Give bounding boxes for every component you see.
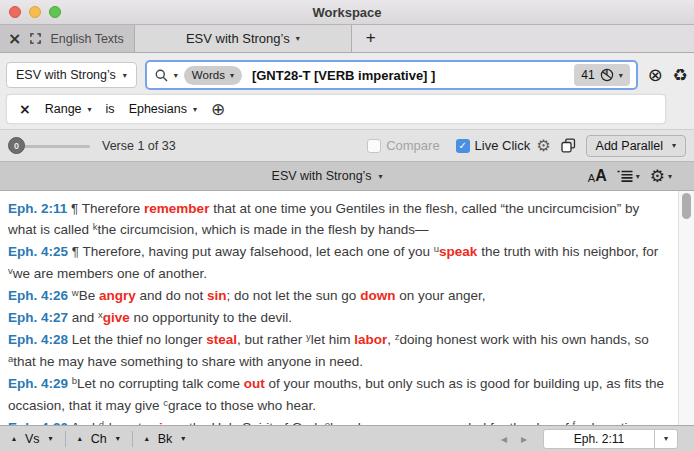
- chevron-down-icon: ▾: [664, 434, 668, 443]
- font-size-icon[interactable]: AA: [588, 168, 607, 184]
- compare-checkbox[interactable]: Compare: [367, 138, 439, 153]
- search-hit-word[interactable]: angry: [99, 288, 136, 303]
- verse-text: ¶: [71, 201, 82, 216]
- pie-chart-icon: [600, 68, 614, 82]
- search-hit-word[interactable]: grieve: [145, 420, 185, 425]
- verse-text: ¶: [72, 244, 83, 259]
- search-field[interactable]: ▾ Words ▾ [GNT28-T [VERB imperative] ] 4…: [145, 60, 638, 90]
- chevron-down-icon: ▾: [636, 172, 640, 181]
- clear-search-icon[interactable]: ⊗: [648, 66, 663, 84]
- verse-slider[interactable]: 0: [8, 137, 90, 154]
- history-forward-button[interactable]: ▸: [521, 432, 527, 446]
- verse-line: Eph. 4:28 Let the thief no longer steal,…: [8, 329, 668, 373]
- scrollbar-thumb[interactable]: [682, 193, 691, 219]
- verse-ref[interactable]: Eph. 2:11: [8, 201, 67, 216]
- book-down-button[interactable]: ▾: [181, 434, 185, 443]
- goto-reference-dropdown[interactable]: ▾: [655, 429, 678, 449]
- search-query-input[interactable]: [GNT28-T [VERB imperative] ]: [248, 68, 568, 83]
- chevron-down-icon: ▾: [296, 34, 300, 43]
- window-close-button[interactable]: [9, 6, 21, 18]
- verse-text: grace to those who hear.: [168, 398, 316, 413]
- pane-title-dropdown[interactable]: ESV with Strong’s ▾: [272, 169, 383, 183]
- search-hit-word[interactable]: out: [244, 376, 265, 391]
- verse-line: Eph. 4:27 and xgive no opportunity to th…: [8, 307, 668, 329]
- verse-ref[interactable]: Eph. 4:30: [8, 420, 68, 425]
- verse-line: Eph. 4:30 And ddo not grieve the Holy Sp…: [8, 417, 668, 425]
- chevron-down-icon: ▾: [672, 141, 676, 150]
- search-hit-word[interactable]: give: [103, 310, 130, 325]
- chapter-up-button[interactable]: ▴: [78, 434, 82, 443]
- hit-count-dropdown[interactable]: 41 ▾: [574, 64, 629, 86]
- add-parallel-button[interactable]: Add Parallel ▾: [586, 135, 686, 157]
- new-tab-button[interactable]: +: [352, 28, 376, 50]
- verse-text: ; do not let the sun go: [227, 288, 361, 303]
- search-mode-label: Words: [192, 69, 225, 81]
- verse-text: doing honest work with his own hands, so: [400, 332, 649, 347]
- search-hit-word[interactable]: steal: [206, 332, 237, 347]
- search-hit-word[interactable]: remember: [144, 201, 209, 216]
- search-hit-word[interactable]: labor: [354, 332, 387, 347]
- chevron-down-icon: ▾: [378, 172, 382, 181]
- remove-range-icon[interactable]: ×: [19, 101, 31, 117]
- verse-text: let him: [311, 332, 355, 347]
- live-click-settings-gear-icon[interactable]: ⚙: [536, 138, 550, 154]
- range-value-label: Ephesians: [129, 102, 187, 116]
- tab-esv-with-strongs[interactable]: ESV with Strong’s ▾: [134, 25, 352, 52]
- goto-reference-input[interactable]: Eph. 2:11: [543, 429, 655, 449]
- book-up-button[interactable]: ▴: [145, 434, 149, 443]
- verse-ref[interactable]: Eph. 4:26: [8, 288, 68, 303]
- window-zoom-button[interactable]: [49, 6, 61, 18]
- crossref-letter: e: [325, 419, 330, 425]
- search-mode-dropdown[interactable]: Words ▾: [184, 66, 242, 85]
- search-hit-word[interactable]: speak: [439, 244, 477, 259]
- verse-ref[interactable]: Eph. 4:27: [8, 310, 68, 325]
- verse-ref[interactable]: Eph. 4:29: [8, 376, 68, 391]
- chapter-down-button[interactable]: ▾: [116, 434, 120, 443]
- pane-header: ESV with Strong’s ▾ AA ▾ ⚙ ▾: [0, 161, 694, 191]
- search-area: ESV with Strong’s ▾ ▾ Words ▾ [GNT28-T […: [0, 53, 694, 129]
- live-click-checkbox[interactable]: ✓ Live Click: [456, 138, 531, 153]
- pane-settings-dropdown[interactable]: ⚙ ▾: [650, 168, 672, 185]
- refresh-search-icon[interactable]: ♻: [673, 67, 688, 84]
- crossref-letter: x: [98, 309, 103, 320]
- crossref-letter: w: [72, 287, 79, 298]
- display-settings-dropdown[interactable]: ▾: [617, 170, 640, 183]
- search-module-dropdown[interactable]: ESV with Strong’s ▾: [6, 62, 137, 88]
- verse-ref[interactable]: Eph. 4:25: [8, 244, 68, 259]
- verse-line: Eph. 2:11 ¶ Therefore remember that at o…: [8, 198, 668, 241]
- checkbox-checked-icon[interactable]: ✓: [456, 139, 470, 153]
- window-minimize-button[interactable]: [29, 6, 41, 18]
- add-criterion-icon[interactable]: ⊕: [211, 99, 225, 119]
- search-icon[interactable]: [155, 69, 168, 82]
- chevron-down-icon[interactable]: ▾: [174, 71, 178, 80]
- range-value-dropdown[interactable]: Ephesians ▾: [129, 102, 197, 116]
- history-back-button[interactable]: ◂: [501, 432, 507, 446]
- slider-knob[interactable]: 0: [8, 137, 25, 154]
- traffic-lights: [9, 6, 61, 18]
- verse-up-button[interactable]: ▴: [12, 434, 16, 443]
- slider-track[interactable]: [16, 145, 90, 148]
- gear-icon: ⚙: [650, 168, 665, 185]
- expand-zone-icon[interactable]: [30, 33, 41, 44]
- close-zone-icon[interactable]: ×: [8, 31, 21, 47]
- verse-ref[interactable]: Eph. 4:28: [8, 332, 68, 347]
- add-parallel-label: Add Parallel: [596, 139, 663, 153]
- verse-text: the Holy Spirit of God,: [185, 420, 325, 425]
- search-hit-word[interactable]: down: [360, 288, 395, 303]
- checkbox-unchecked-icon[interactable]: [367, 139, 381, 153]
- verse-line: Eph. 4:25 ¶ Therefore, having put away f…: [8, 241, 668, 285]
- crossref-letter: b: [72, 375, 77, 386]
- verse-line: Eph. 4:26 wBe angry and do not sin; do n…: [8, 285, 668, 307]
- range-field-dropdown[interactable]: Range ▾: [45, 102, 92, 116]
- scrollbar[interactable]: [678, 191, 694, 425]
- live-click-label: Live Click: [475, 138, 531, 153]
- window-titlebar: Workspace: [0, 0, 694, 25]
- verse-text: and do not: [136, 288, 207, 303]
- search-module-label: ESV with Strong’s: [16, 68, 116, 82]
- search-hit-word[interactable]: sin: [207, 288, 227, 303]
- duplicate-pane-icon[interactable]: [561, 138, 576, 153]
- verse-text: Let the thief no longer: [72, 332, 206, 347]
- verse-down-button[interactable]: ▾: [49, 434, 53, 443]
- chevron-down-icon: ▾: [619, 71, 623, 80]
- chapter-stepper-label: Ch: [91, 432, 107, 446]
